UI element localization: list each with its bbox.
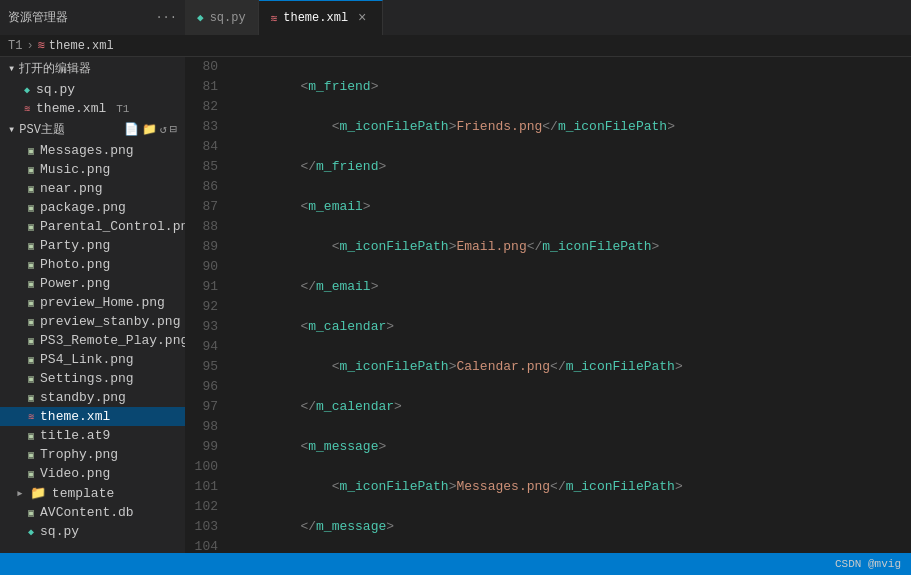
png-icon: ▣ <box>28 373 34 385</box>
file-photo[interactable]: ▣ Photo.png <box>0 255 185 274</box>
open-editors-section[interactable]: ▾ 打开的编辑器 <box>0 57 185 80</box>
file-music[interactable]: ▣ Music.png <box>0 160 185 179</box>
png-icon: ▣ <box>28 164 34 176</box>
sq-icon2: ◆ <box>28 526 34 538</box>
file-label: AVContent.db <box>40 505 134 520</box>
file-messages[interactable]: ▣ Messages.png <box>0 141 185 160</box>
open-xml-badge: T1 <box>116 103 129 115</box>
file-video[interactable]: ▣ Video.png <box>0 464 185 483</box>
tab-xml-label: theme.xml <box>283 11 348 25</box>
file-label: title.at9 <box>40 428 110 443</box>
code-line-87: <m_iconFilePath>Calendar.png</m_iconFile… <box>238 357 911 377</box>
line-numbers: 80 81 82 83 84 85 86 87 88 89 90 91 92 9… <box>185 57 230 553</box>
sq-icon: ◆ <box>197 11 204 24</box>
xml-file-icon2: ≋ <box>28 411 34 423</box>
file-label: Settings.png <box>40 371 134 386</box>
title-bar: 资源管理器 ··· ◆ sq.py ≋ theme.xml × <box>0 0 911 35</box>
code-line-83: <m_email> <box>238 197 911 217</box>
file-package[interactable]: ▣ package.png <box>0 198 185 217</box>
code-line-82: </m_friend> <box>238 157 911 177</box>
tab-sq[interactable]: ◆ sq.py <box>185 0 259 35</box>
file-label: preview_Home.png <box>40 295 165 310</box>
code-line-81: <m_iconFilePath>Friends.png</m_iconFileP… <box>238 117 911 137</box>
code-line-85: </m_email> <box>238 277 911 297</box>
psv-section[interactable]: ▾ PSV主题 📄 📁 ↺ ⊟ <box>0 118 185 141</box>
file-list: ▣ Messages.png ▣ Music.png ▣ near.png ▣ … <box>0 141 185 553</box>
png-icon: ▣ <box>28 202 34 214</box>
sidebar-title: 资源管理器 <box>8 9 68 26</box>
breadcrumb-filename: theme.xml <box>49 39 114 53</box>
tab-xml[interactable]: ≋ theme.xml × <box>259 0 383 35</box>
png-icon: ▣ <box>28 297 34 309</box>
file-label: theme.xml <box>40 409 110 424</box>
breadcrumb-sep: › <box>26 39 33 53</box>
chevron-down-icon: ▾ <box>8 61 15 76</box>
file-label: Parental_Control.png <box>40 219 185 234</box>
file-label: PS3_Remote_Play.png <box>40 333 185 348</box>
file-near[interactable]: ▣ near.png <box>0 179 185 198</box>
file-parental[interactable]: ▣ Parental_Control.png <box>0 217 185 236</box>
png-icon: ▣ <box>28 392 34 404</box>
breadcrumb-xml-icon: ≋ <box>38 38 45 53</box>
sidebar: ▾ 打开的编辑器 ◆ sq.py ≋ theme.xml T1 ▾ PSV主题 … <box>0 57 185 553</box>
psv-section-left: ▾ PSV主题 <box>8 121 65 138</box>
xml-icon: ≋ <box>271 12 278 25</box>
editor: 80 81 82 83 84 85 86 87 88 89 90 91 92 9… <box>185 57 911 553</box>
code-line-86: <m_calendar> <box>238 317 911 337</box>
open-xml-label: theme.xml <box>36 101 106 116</box>
sidebar-header-area: 资源管理器 ··· <box>0 9 185 26</box>
open-editors-label: 打开的编辑器 <box>19 60 91 77</box>
file-party[interactable]: ▣ Party.png <box>0 236 185 255</box>
tab-close-icon[interactable]: × <box>354 10 370 26</box>
png-icon: ▣ <box>28 145 34 157</box>
png-icon: ▣ <box>28 335 34 347</box>
png-icon: ▣ <box>28 183 34 195</box>
code-line-88: </m_calendar> <box>238 397 911 417</box>
file-label: Messages.png <box>40 143 134 158</box>
file-sq-bottom[interactable]: ◆ sq.py <box>0 522 185 541</box>
file-label: preview_stanby.png <box>40 314 180 329</box>
file-label: near.png <box>40 181 102 196</box>
file-preview-stanby[interactable]: ▣ preview_stanby.png <box>0 312 185 331</box>
file-power[interactable]: ▣ Power.png <box>0 274 185 293</box>
more-icon[interactable]: ··· <box>155 11 177 25</box>
file-theme-xml[interactable]: ≋ theme.xml <box>0 407 185 426</box>
chevron-right-icon: ▸ <box>16 485 24 501</box>
file-standby[interactable]: ▣ standby.png <box>0 388 185 407</box>
file-label: Photo.png <box>40 257 110 272</box>
code-line-84: <m_iconFilePath>Email.png</m_iconFilePat… <box>238 237 911 257</box>
open-file-sq[interactable]: ◆ sq.py <box>0 80 185 99</box>
chevron-down-icon-psv: ▾ <box>8 122 15 137</box>
psv-label: PSV主题 <box>19 121 65 138</box>
file-icon: ▣ <box>28 430 34 442</box>
main-area: ▾ 打开的编辑器 ◆ sq.py ≋ theme.xml T1 ▾ PSV主题 … <box>0 57 911 553</box>
file-preview-home[interactable]: ▣ preview_Home.png <box>0 293 185 312</box>
code-line-90: <m_iconFilePath>Messages.png</m_iconFile… <box>238 477 911 497</box>
new-file-icon[interactable]: 📄 <box>124 122 139 137</box>
file-trophy[interactable]: ▣ Trophy.png <box>0 445 185 464</box>
refresh-icon[interactable]: ↺ <box>160 122 167 137</box>
folder-label: template <box>52 486 114 501</box>
file-label: sq.py <box>40 524 79 539</box>
png-icon: ▣ <box>28 240 34 252</box>
file-label: Music.png <box>40 162 110 177</box>
code-content[interactable]: <m_friend> <m_iconFilePath>Friends.png</… <box>230 57 911 553</box>
file-title[interactable]: ▣ title.at9 <box>0 426 185 445</box>
png-icon: ▣ <box>28 221 34 233</box>
new-folder-icon[interactable]: 📁 <box>142 122 157 137</box>
collapse-icon[interactable]: ⊟ <box>170 122 177 137</box>
file-ps3-remote[interactable]: ▣ PS3_Remote_Play.png <box>0 331 185 350</box>
file-label: standby.png <box>40 390 126 405</box>
breadcrumb: T1 › ≋ theme.xml <box>0 35 911 57</box>
code-line-80: <m_friend> <box>238 77 911 97</box>
file-settings[interactable]: ▣ Settings.png <box>0 369 185 388</box>
file-ps4-link[interactable]: ▣ PS4_Link.png <box>0 350 185 369</box>
xml-file-icon: ≋ <box>24 103 30 115</box>
open-file-xml[interactable]: ≋ theme.xml T1 <box>0 99 185 118</box>
png-icon: ▣ <box>28 316 34 328</box>
status-bar: CSDN @mvig <box>0 553 911 575</box>
folder-template[interactable]: ▸ 📁 template <box>0 483 185 503</box>
file-avcontent[interactable]: ▣ AVContent.db <box>0 503 185 522</box>
png-icon: ▣ <box>28 259 34 271</box>
open-sq-label: sq.py <box>36 82 75 97</box>
